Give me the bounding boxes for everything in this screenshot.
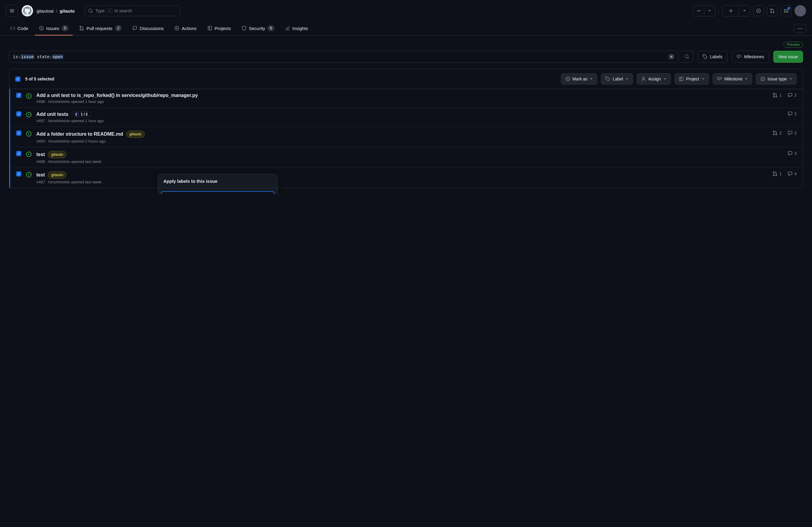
svg-point-11 — [82, 29, 84, 30]
issue-checkbox[interactable]: ✓ — [16, 171, 21, 177]
pr-count[interactable]: 2 — [773, 131, 782, 135]
search-icon — [684, 54, 689, 59]
issue-row[interactable]: ✓ Add a unit test to is_repo_forked() in… — [9, 89, 803, 108]
issue-title[interactable]: test — [37, 152, 45, 157]
issue-title[interactable]: test — [37, 172, 45, 178]
comment-count[interactable]: 4 — [788, 171, 797, 176]
preview-badge[interactable]: Preview — [783, 42, 803, 48]
filter-clear-button[interactable]: ✕ — [668, 54, 675, 60]
svg-rect-34 — [788, 131, 792, 134]
issue-open-icon — [26, 93, 31, 99]
svg-point-31 — [773, 131, 774, 132]
svg-point-3 — [758, 10, 759, 11]
issue-row[interactable]: ✓ test gitauto #487 · hiroshinishio open… — [9, 168, 803, 188]
pr-count[interactable]: 1 — [773, 171, 782, 176]
comment-count[interactable]: 2 — [788, 111, 797, 116]
svg-point-10 — [80, 29, 81, 30]
tag-icon — [605, 77, 610, 81]
issue-row[interactable]: ✓ Add unit tests 1 / 2 #497 · hiroshinis… — [9, 108, 803, 127]
hamburger-menu[interactable] — [6, 5, 18, 17]
nav-security[interactable]: Security 6 — [237, 21, 279, 35]
mark-as-dropdown[interactable]: Mark as — [561, 73, 598, 85]
issue-meta: #487 · hiroshinishio opened last week — [37, 180, 768, 184]
nav-code[interactable]: Code — [6, 22, 32, 35]
issue-label[interactable]: gitauto — [48, 171, 67, 179]
svg-rect-14 — [208, 26, 212, 30]
issue-icon — [565, 77, 570, 81]
label-filter-input[interactable] — [161, 191, 274, 194]
svg-point-33 — [775, 134, 777, 135]
projects-icon — [207, 26, 212, 31]
nav-more-button[interactable] — [794, 24, 806, 33]
issue-checkbox[interactable]: ✓ — [16, 93, 21, 98]
github-logo[interactable] — [21, 5, 33, 16]
shield-icon — [242, 26, 247, 31]
pulls-icon-button[interactable] — [767, 5, 778, 16]
graph-icon — [285, 26, 290, 31]
search-input[interactable]: Type / to search — [84, 5, 180, 16]
issue-icon — [39, 26, 44, 31]
plus-icon — [729, 9, 733, 13]
notifications-button[interactable] — [781, 5, 792, 16]
chevron-down-icon — [789, 77, 792, 80]
issue-meta: #493 · hiroshinishio opened 2 hours ago — [37, 139, 768, 144]
copilot-icon — [696, 9, 701, 13]
nav-actions[interactable]: Actions — [170, 22, 201, 35]
svg-point-1 — [699, 10, 700, 11]
new-issue-button[interactable]: New issue — [773, 51, 803, 63]
nav-pulls[interactable]: Pull requests 2 — [75, 21, 126, 35]
avatar[interactable] — [795, 5, 806, 16]
select-all-checkbox[interactable]: ✓ — [15, 77, 20, 81]
search-placeholder: Type — [96, 9, 104, 13]
labels-button[interactable]: Labels — [698, 51, 727, 63]
issue-title[interactable]: Add unit tests — [37, 112, 69, 117]
chevron-down-icon — [663, 77, 666, 80]
issue-row[interactable]: ✓ Add a folder structure to README.md gi… — [9, 127, 803, 147]
filter-search-button[interactable] — [680, 51, 693, 63]
issue-open-icon — [26, 112, 31, 117]
pull-request-icon — [79, 26, 84, 31]
label-dropdown[interactable]: Label — [601, 73, 633, 85]
play-icon — [174, 26, 179, 31]
project-dropdown[interactable]: Project — [675, 73, 709, 85]
nav-insights[interactable]: Insights — [281, 22, 312, 35]
assign-dropdown[interactable]: Assign — [637, 73, 671, 85]
filter-input[interactable]: is:issue state:open ✕ — [9, 51, 678, 63]
inbox-icon — [784, 9, 788, 13]
slash-icon: / — [107, 9, 112, 13]
svg-point-26 — [773, 93, 774, 94]
issue-row[interactable]: ✓ test gitauto #489 · hiroshinishio open… — [9, 147, 803, 168]
comment-count[interactable]: 2 — [788, 131, 797, 135]
nav-issues[interactable]: Issues 5 — [35, 21, 73, 35]
chevron-down-icon — [708, 9, 711, 12]
copilot-button-group[interactable] — [693, 5, 715, 16]
issue-checkbox[interactable]: ✓ — [16, 151, 21, 156]
svg-point-28 — [775, 96, 777, 97]
svg-point-32 — [773, 134, 774, 135]
issue-checkbox[interactable]: ✓ — [16, 131, 21, 136]
milestone-dropdown[interactable]: Milestone — [713, 73, 752, 85]
repo-link[interactable]: gitauto — [60, 9, 75, 14]
issue-label[interactable]: gitauto — [126, 131, 145, 138]
milestones-button[interactable]: Milestones — [731, 51, 769, 63]
nav-discussions[interactable]: Discussions — [128, 22, 168, 35]
svg-rect-23 — [680, 77, 683, 81]
issue-title[interactable]: Add a unit test to is_repo_forked() in s… — [37, 93, 198, 98]
issue-checkbox[interactable]: ✓ — [16, 111, 21, 117]
breadcrumb-sep: / — [56, 9, 57, 14]
pr-count[interactable]: 1 — [773, 93, 782, 97]
nav-projects[interactable]: Projects — [203, 22, 235, 35]
svg-point-18 — [704, 55, 704, 56]
create-button-group[interactable] — [723, 5, 750, 16]
issue-label[interactable]: gitauto — [48, 151, 67, 158]
svg-point-9 — [80, 26, 81, 27]
popover-title: Apply labels to this issue — [158, 175, 277, 188]
issues-icon-button[interactable] — [753, 5, 764, 16]
owner-link[interactable]: gitautoai — [37, 9, 54, 14]
milestone-icon — [717, 77, 722, 81]
comment-count[interactable]: 2 — [788, 93, 797, 97]
issue-title[interactable]: Add a folder structure to README.md — [37, 132, 123, 137]
comment-count[interactable]: 3 — [788, 151, 797, 156]
comment-icon — [788, 93, 793, 97]
issue-type-dropdown[interactable]: Issue type — [756, 73, 797, 85]
